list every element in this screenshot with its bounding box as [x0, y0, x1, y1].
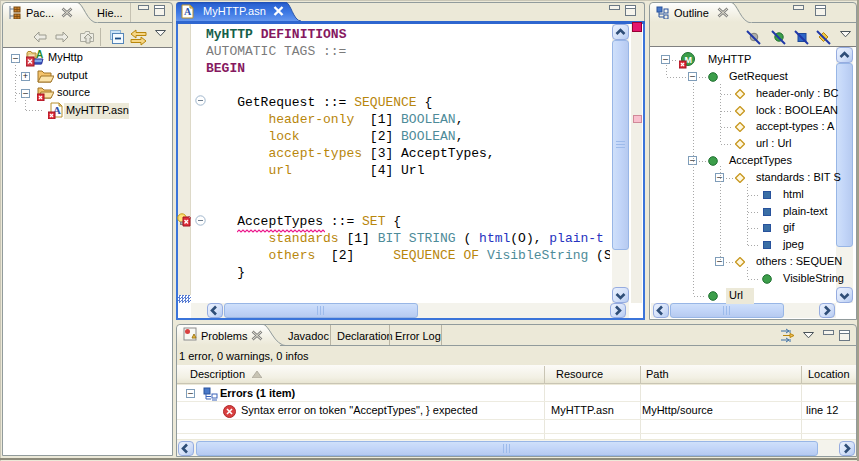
svg-text:A: A [184, 6, 192, 17]
svg-text:A: A [36, 49, 43, 60]
